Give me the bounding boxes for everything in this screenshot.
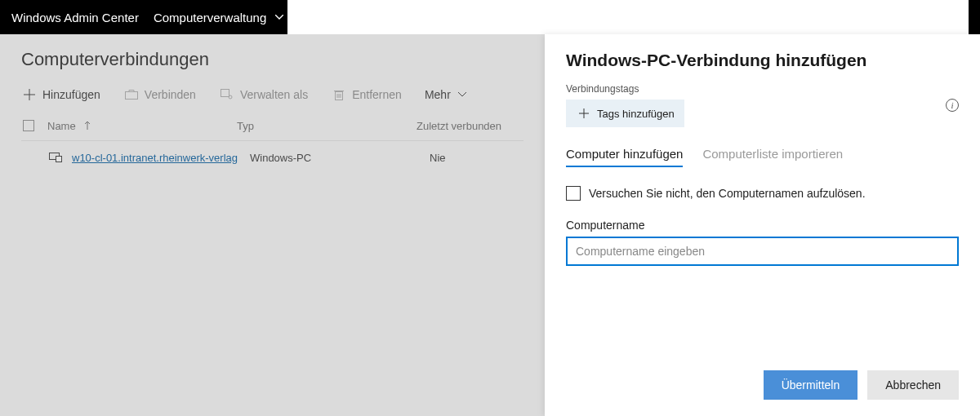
connection-link[interactable]: w10-cl-01.intranet.rheinwerk-verlag — [72, 152, 238, 164]
context-dropdown[interactable]: Computerverwaltung — [154, 9, 287, 25]
context-label: Computerverwaltung — [154, 11, 266, 24]
svg-rect-4 — [125, 92, 137, 100]
cancel-button[interactable]: Abbrechen — [867, 370, 959, 400]
remove-button: Entfernen — [331, 86, 402, 103]
resolve-label: Versuchen Sie nicht, den Computernamen a… — [589, 187, 866, 200]
column-name[interactable]: Name — [47, 117, 237, 134]
tab-import-list[interactable]: Computerliste importieren — [702, 147, 843, 167]
add-tags-button[interactable]: Tags hinzufügen — [566, 100, 684, 127]
table-row[interactable]: w10-cl-01.intranet.rheinwerk-verlag Wind… — [21, 141, 523, 174]
resolve-checkbox[interactable] — [566, 186, 581, 201]
submit-button[interactable]: Übermitteln — [764, 370, 858, 400]
row-last: Nie — [430, 152, 523, 164]
computername-input[interactable] — [566, 237, 959, 266]
sort-asc-icon — [79, 117, 96, 134]
column-last[interactable]: Zuletzt verbunden — [416, 120, 523, 132]
panel-title: Windows-PC-Verbindung hinzufügen — [566, 51, 959, 70]
app-brand: Windows Admin Center — [11, 11, 139, 24]
tab-add-computer[interactable]: Computer hinzufügen — [566, 147, 683, 167]
briefcase-icon — [123, 86, 140, 103]
svg-rect-5 — [220, 90, 229, 97]
notifications-icon[interactable] — [620, 1, 636, 17]
user-box-icon — [219, 86, 235, 103]
plus-icon — [576, 105, 592, 122]
page-title: Computerverbindungen — [21, 49, 523, 70]
tags-label: Verbindungstags — [566, 83, 684, 95]
plus-icon — [21, 86, 38, 103]
computer-icon — [47, 149, 64, 166]
connect-button: Verbinden — [123, 86, 196, 103]
more-dropdown[interactable]: Mehr — [425, 86, 470, 103]
row-type: Windows-PC — [250, 152, 430, 164]
trash-icon — [331, 86, 347, 103]
chevron-down-icon — [454, 86, 470, 103]
computername-label: Computername — [566, 219, 959, 232]
add-button[interactable]: Hinzufügen — [21, 86, 100, 103]
column-type[interactable]: Typ — [237, 120, 416, 132]
info-icon[interactable]: i — [946, 99, 959, 112]
select-all-checkbox[interactable] — [23, 120, 34, 131]
svg-rect-13 — [56, 157, 62, 162]
manage-as-button: Verwalten als — [219, 86, 308, 103]
chevron-down-icon — [271, 9, 287, 25]
